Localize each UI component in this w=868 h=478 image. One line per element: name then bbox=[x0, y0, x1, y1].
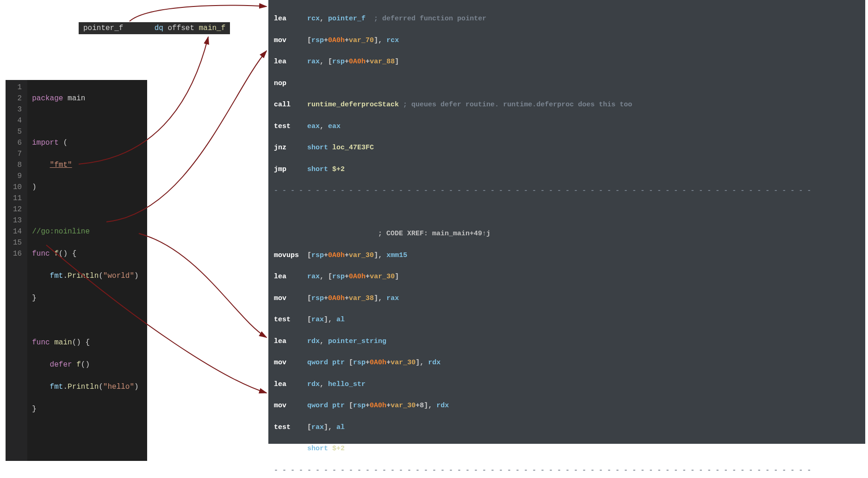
src-line: func main() { bbox=[32, 337, 138, 348]
src-line: fmt.Println("hello") bbox=[32, 381, 138, 392]
offset-keyword: offset bbox=[167, 24, 194, 32]
asm-line: mov qword ptr [rsp+0A0h+var_30], rdx bbox=[274, 357, 860, 368]
src-line: } bbox=[32, 293, 138, 304]
ln: 7 bbox=[12, 148, 23, 159]
ptr-sym: pointer_f bbox=[83, 24, 123, 32]
asm-line: test [rax], al bbox=[274, 314, 860, 325]
dq-keyword: dq bbox=[155, 24, 163, 32]
src-line bbox=[32, 204, 138, 215]
ln: 10 bbox=[12, 182, 23, 193]
ln: 14 bbox=[12, 226, 23, 237]
ln: 4 bbox=[12, 115, 23, 126]
main-f-sym: main_f bbox=[199, 24, 226, 32]
ln: 1 bbox=[12, 82, 23, 93]
asm-line: lea rdx, pointer_string bbox=[274, 336, 860, 347]
ln: 11 bbox=[12, 193, 23, 204]
ln: 6 bbox=[12, 137, 23, 148]
ln: 13 bbox=[12, 215, 23, 226]
src-line: func f() { bbox=[32, 248, 138, 259]
pointer-def: pointer_f dq offset main_f bbox=[79, 22, 230, 34]
src-line: } bbox=[32, 404, 138, 415]
src-line: import ( bbox=[32, 137, 138, 148]
asm-line: jmp short $+2 bbox=[274, 443, 860, 454]
ln: 15 bbox=[12, 237, 23, 248]
asm-line: mov [rsp+0A0h+var_70], rcx bbox=[274, 35, 860, 46]
asm-line: test eax, eax bbox=[274, 121, 860, 132]
ln: 5 bbox=[12, 126, 23, 137]
ln: 9 bbox=[12, 171, 23, 182]
asm-line: call runtime_deferprocStack ; queues def… bbox=[274, 99, 860, 110]
asm-line: movups [rsp+0A0h+var_30], xmm15 bbox=[274, 250, 860, 261]
asm-line: lea rax, [rsp+0A0h+var_88] bbox=[274, 56, 860, 67]
ln: 2 bbox=[12, 93, 23, 104]
asm-line: lea rdx, hello_str bbox=[274, 379, 860, 390]
src-line bbox=[32, 315, 138, 326]
src-line: package main bbox=[32, 93, 138, 104]
src-line: defer f() bbox=[32, 359, 138, 370]
asm-line bbox=[274, 207, 860, 218]
asm-line: jnz short loc_47E3FC bbox=[274, 142, 860, 153]
src-line: fmt.Println("world") bbox=[32, 270, 138, 282]
line-gutter: 1 2 3 4 5 6 7 8 9 10 11 12 13 14 15 16 bbox=[6, 80, 27, 461]
ln: 3 bbox=[12, 104, 23, 115]
separator: - - - - - - - - - - - - - - - - - - - - … bbox=[274, 465, 860, 476]
asm-line: nop bbox=[274, 78, 860, 89]
source-code[interactable]: package main import ( "fmt" ) //go:noinl… bbox=[27, 80, 147, 461]
asm-line: jmp short $+2 bbox=[274, 164, 860, 175]
asm-line: test [rax], al bbox=[274, 422, 860, 433]
src-line: ) bbox=[32, 182, 138, 193]
asm-line: mov [rsp+0A0h+var_38], rax bbox=[274, 293, 860, 304]
asm-line: lea rax, [rsp+0A0h+var_30] bbox=[274, 271, 860, 282]
src-line: //go:noinline bbox=[32, 226, 138, 237]
ln: 8 bbox=[12, 159, 23, 171]
src-line bbox=[32, 426, 138, 437]
ln: 16 bbox=[12, 248, 23, 259]
asm-line: lea rcx, pointer_f ; deferred function p… bbox=[274, 13, 860, 24]
src-line: "fmt" bbox=[32, 159, 138, 171]
xref: ; CODE XREF: main_main+49↑j bbox=[274, 228, 860, 239]
ln: 12 bbox=[12, 204, 23, 215]
src-line bbox=[32, 115, 138, 126]
source-code-editor[interactable]: 1 2 3 4 5 6 7 8 9 10 11 12 13 14 15 16 p… bbox=[6, 80, 147, 461]
separator: - - - - - - - - - - - - - - - - - - - - … bbox=[274, 185, 860, 196]
disassembly-view[interactable]: lea rcx, pointer_f ; deferred function p… bbox=[268, 0, 865, 444]
asm-line: mov qword ptr [rsp+0A0h+var_30+8], rdx bbox=[274, 400, 860, 411]
